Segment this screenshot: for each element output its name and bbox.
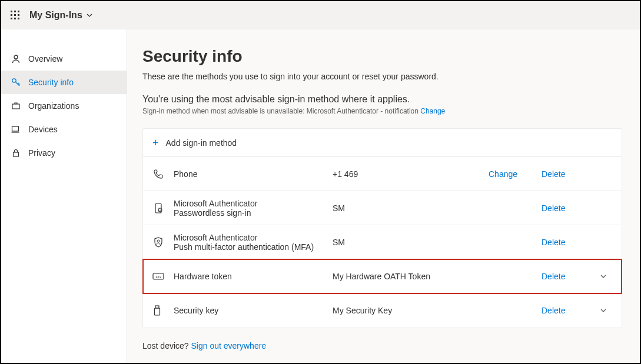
svg-rect-7 <box>14 18 16 19</box>
top-header: My Sign-Ins <box>1 1 640 29</box>
page-subtitle: These are the methods you use to sign in… <box>142 72 622 81</box>
lock-icon <box>11 148 21 158</box>
expand-chevron[interactable] <box>594 272 612 280</box>
main-content: Security info These are the methods you … <box>127 29 640 363</box>
change-default-link[interactable]: Change <box>420 107 445 115</box>
briefcase-icon <box>11 101 21 111</box>
sidebar-item-privacy[interactable]: Privacy <box>1 141 127 165</box>
sidebar-item-label: Overview <box>28 54 62 64</box>
authenticator-icon <box>152 202 174 214</box>
sign-out-everywhere-link[interactable]: Sign out everywhere <box>191 341 267 350</box>
svg-point-15 <box>158 208 162 212</box>
page-title: Security info <box>142 47 622 66</box>
chevron-down-icon <box>86 12 93 19</box>
method-name: Microsoft Authenticator Push multi-facto… <box>174 233 333 252</box>
expand-chevron[interactable] <box>594 306 612 315</box>
devices-icon <box>11 124 21 135</box>
delete-link[interactable]: Delete <box>542 238 565 247</box>
method-name: Microsoft Authenticator Passwordless sig… <box>174 199 333 218</box>
method-name: Hardware token <box>174 272 333 281</box>
svg-point-9 <box>14 55 18 59</box>
app-title-text: My Sign-Ins <box>29 10 82 21</box>
method-row-authenticator-push: Microsoft Authenticator Push multi-facto… <box>143 225 622 259</box>
svg-rect-1 <box>14 11 16 12</box>
hardware-token-icon: 123 <box>152 272 174 281</box>
sidebar-item-label: Devices <box>28 125 58 134</box>
authenticator-shield-icon <box>152 236 174 248</box>
plus-icon: + <box>152 138 159 148</box>
svg-rect-20 <box>155 308 160 315</box>
sidebar-item-security-info[interactable]: Security info <box>1 71 127 94</box>
chevron-down-icon <box>599 306 607 315</box>
sidebar-item-label: Organizations <box>28 101 79 111</box>
svg-rect-3 <box>11 14 12 16</box>
svg-rect-2 <box>18 11 19 12</box>
delete-link[interactable]: Delete <box>542 203 565 213</box>
method-row-authenticator-passwordless: Microsoft Authenticator Passwordless sig… <box>143 191 622 225</box>
person-icon <box>11 54 21 64</box>
method-row-hardware-token: 123 Hardware token My Hardware OATH Toke… <box>143 259 622 293</box>
add-sign-in-method-button[interactable]: + Add sign-in method <box>143 129 622 157</box>
svg-rect-12 <box>12 126 19 131</box>
svg-point-10 <box>12 79 16 82</box>
svg-rect-11 <box>12 104 19 109</box>
method-row-security-key: Security key My Security Key Delete <box>143 293 622 328</box>
sidebar: Overview Security info Organizations Dev… <box>1 29 127 363</box>
advisable-subtitle-text: Sign-in method when most advisable is un… <box>142 107 420 115</box>
sidebar-item-label: Privacy <box>28 148 55 158</box>
delete-link[interactable]: Delete <box>542 272 565 281</box>
svg-rect-13 <box>14 152 19 156</box>
advisable-subtitle: Sign-in method when most advisable is un… <box>142 107 622 115</box>
sidebar-item-label: Security info <box>28 78 74 87</box>
svg-rect-0 <box>11 11 12 12</box>
delete-link[interactable]: Delete <box>542 169 565 179</box>
methods-card: + Add sign-in method Phone +1 469 Change… <box>142 128 622 328</box>
waffle-icon[interactable] <box>11 11 20 20</box>
svg-rect-5 <box>18 14 19 16</box>
lost-device-text: Lost device? Sign out everywhere <box>142 341 622 350</box>
delete-link[interactable]: Delete <box>542 306 565 315</box>
chevron-down-icon <box>599 272 607 280</box>
method-name: Security key <box>174 306 333 315</box>
method-row-phone: Phone +1 469 Change Delete <box>143 157 622 191</box>
change-link[interactable]: Change <box>489 169 517 179</box>
method-name: Phone <box>174 169 333 179</box>
sidebar-item-overview[interactable]: Overview <box>1 47 127 71</box>
sidebar-item-organizations[interactable]: Organizations <box>1 94 127 118</box>
sidebar-item-devices[interactable]: Devices <box>1 118 127 141</box>
svg-rect-8 <box>18 18 19 19</box>
method-value: SM <box>333 238 489 247</box>
method-value: SM <box>333 203 489 213</box>
svg-point-16 <box>157 240 160 242</box>
method-value: My Hardware OATH Token <box>333 272 489 281</box>
phone-icon <box>152 168 174 180</box>
method-value: My Security Key <box>333 306 489 315</box>
app-title-dropdown[interactable]: My Sign-Ins <box>29 10 93 21</box>
method-value: +1 469 <box>333 169 489 179</box>
advisable-title: You're using the most advisable sign-in … <box>142 94 622 105</box>
key-icon <box>11 77 21 88</box>
svg-text:123: 123 <box>155 275 162 279</box>
svg-rect-6 <box>11 18 12 19</box>
usb-key-icon <box>152 305 174 316</box>
add-method-label: Add sign-in method <box>166 138 237 148</box>
svg-rect-4 <box>14 14 16 16</box>
